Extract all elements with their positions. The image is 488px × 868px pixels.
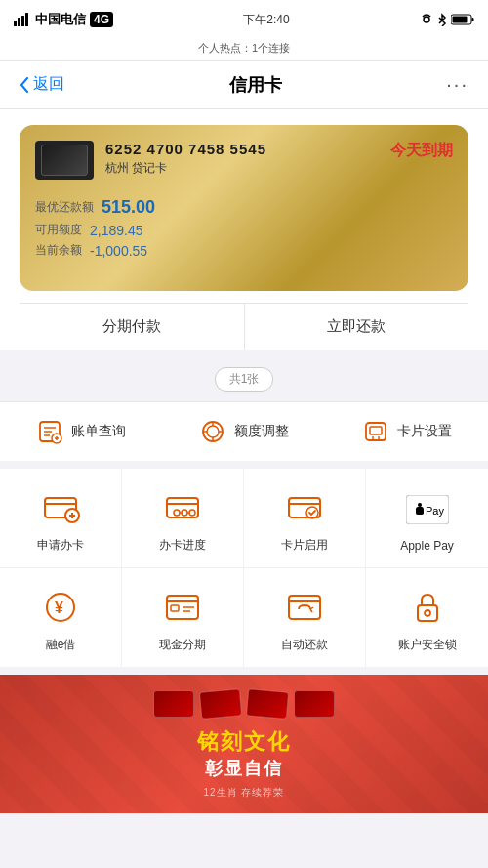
apple-pay-icon: Pay bbox=[406, 488, 449, 531]
available-label: 可用额度 bbox=[35, 222, 82, 238]
auto-repay-icon bbox=[283, 586, 326, 629]
available-value: 2,189.45 bbox=[90, 223, 143, 238]
grid-item-autopay[interactable]: 自动还款 bbox=[244, 568, 366, 667]
settings-icon bbox=[362, 418, 389, 445]
svg-rect-7 bbox=[472, 18, 474, 21]
more-button[interactable]: ··· bbox=[446, 73, 468, 96]
card-count-section: 共1张 bbox=[0, 357, 488, 401]
bill-icon bbox=[36, 418, 63, 445]
svg-text:¥: ¥ bbox=[55, 599, 63, 616]
status-bar: 中国电信 4G 下午2:40 bbox=[0, 0, 488, 39]
svg-point-16 bbox=[207, 426, 219, 437]
grid-item-apply[interactable]: 申请办卡 bbox=[0, 469, 122, 568]
banner-subtitle: 彰显自信 bbox=[205, 757, 283, 780]
battery-icon bbox=[451, 14, 474, 25]
loan-icon: ¥ bbox=[39, 586, 82, 629]
card-due-label: 今天到期 bbox=[390, 141, 453, 161]
hotspot-bar: 个人热点：1个连接 bbox=[0, 39, 488, 61]
grid-label-autopay: 自动还款 bbox=[281, 637, 328, 653]
carrier-label: 中国电信 bbox=[35, 11, 86, 28]
hotspot-label: 个人热点：1个连接 bbox=[198, 42, 290, 54]
grid-item-lock[interactable]: 账户安全锁 bbox=[366, 568, 488, 667]
grid-label-installment: 现金分期 bbox=[159, 637, 206, 653]
grid-item-loan[interactable]: ¥ 融e借 bbox=[0, 568, 122, 667]
svg-rect-1 bbox=[18, 18, 20, 26]
svg-point-55 bbox=[425, 610, 430, 616]
hotspot-icon bbox=[420, 13, 433, 26]
banner-card-2 bbox=[199, 688, 242, 720]
repay-button[interactable]: 立即还款 bbox=[245, 304, 469, 350]
back-icon bbox=[20, 77, 29, 93]
status-icons bbox=[420, 13, 474, 26]
banner-card-3 bbox=[246, 688, 289, 720]
card-details: 最优还款额 515.00 可用额度 2,189.45 当前余额 -1,000.5… bbox=[35, 197, 453, 263]
banner-title: 铭刻文化 bbox=[197, 727, 291, 757]
svg-rect-22 bbox=[370, 427, 382, 434]
banner-cards bbox=[153, 690, 335, 718]
signal-icon bbox=[14, 13, 31, 26]
banner-desc: 12生肖 存续荐荣 bbox=[204, 786, 285, 800]
grid-label-progress: 办卡进度 bbox=[159, 537, 206, 554]
status-carrier: 中国电信 4G bbox=[14, 11, 113, 28]
limit-icon bbox=[199, 418, 226, 445]
grid-label-activate: 卡片启用 bbox=[281, 537, 328, 554]
svg-point-35 bbox=[189, 510, 195, 516]
security-lock-icon bbox=[406, 586, 449, 629]
quick-action-limit[interactable]: 额度调整 bbox=[163, 408, 325, 455]
grid-item-applepay[interactable]: Pay Apple Pay bbox=[366, 469, 488, 568]
installment-button[interactable]: 分期付款 bbox=[20, 304, 245, 350]
svg-rect-3 bbox=[25, 13, 28, 26]
credit-card: 6252 4700 7458 5545 杭州 贷记卡 今天到期 最优还款额 51… bbox=[20, 125, 468, 291]
card-section: 6252 4700 7458 5545 杭州 贷记卡 今天到期 最优还款额 51… bbox=[0, 109, 488, 350]
grid-item-installment[interactable]: 现金分期 bbox=[122, 568, 244, 667]
balance-value: -1,000.55 bbox=[90, 243, 147, 259]
grid-label-apply: 申请办卡 bbox=[37, 537, 84, 554]
page-title: 信用卡 bbox=[229, 73, 282, 97]
svg-rect-50 bbox=[289, 596, 320, 619]
quick-action-settings-label: 卡片设置 bbox=[397, 423, 452, 440]
quick-action-settings[interactable]: 卡片设置 bbox=[326, 408, 488, 455]
svg-rect-6 bbox=[453, 17, 468, 23]
svg-rect-47 bbox=[171, 605, 179, 611]
card-chip bbox=[35, 141, 94, 180]
cash-installment-icon bbox=[161, 586, 204, 629]
grid-label-lock: 账户安全锁 bbox=[398, 637, 457, 653]
card-apply-icon bbox=[39, 486, 82, 529]
network-label: 4G bbox=[90, 12, 113, 27]
svg-text:Pay: Pay bbox=[426, 505, 444, 517]
svg-point-33 bbox=[174, 510, 180, 516]
quick-actions-row: 账单查询 额度调整 卡片设置 bbox=[0, 401, 488, 461]
nav-bar: 返回 信用卡 ··· bbox=[0, 61, 488, 109]
min-payment-value: 515.00 bbox=[102, 197, 155, 218]
grid-label-loan: 融e借 bbox=[46, 637, 76, 653]
card-actions: 分期付款 立即还款 bbox=[20, 303, 468, 350]
svg-point-4 bbox=[424, 17, 429, 22]
balance-label: 当前余额 bbox=[35, 242, 82, 259]
svg-rect-54 bbox=[418, 605, 437, 621]
svg-rect-2 bbox=[21, 16, 24, 26]
banner-card-4 bbox=[294, 690, 335, 718]
grid-item-progress[interactable]: 办卡进度 bbox=[122, 469, 244, 568]
svg-line-53 bbox=[310, 609, 312, 612]
bluetooth-icon bbox=[437, 13, 447, 26]
grid-item-activate[interactable]: 卡片启用 bbox=[244, 469, 366, 568]
quick-action-limit-label: 额度调整 bbox=[234, 423, 289, 440]
back-button[interactable]: 返回 bbox=[20, 74, 64, 95]
banner-section[interactable]: 铭刻文化 彰显自信 12生肖 存续荐荣 bbox=[0, 675, 488, 813]
card-name: 杭州 贷记卡 bbox=[105, 160, 453, 177]
min-payment-label: 最优还款额 bbox=[35, 199, 94, 216]
quick-action-bill-label: 账单查询 bbox=[71, 423, 126, 440]
grid-label-applepay: Apple Pay bbox=[400, 539, 454, 553]
card-progress-icon bbox=[161, 486, 204, 529]
card-count-badge: 共1张 bbox=[215, 367, 274, 392]
svg-rect-21 bbox=[366, 423, 386, 440]
svg-point-34 bbox=[182, 510, 187, 516]
svg-rect-0 bbox=[14, 21, 17, 26]
card-activate-icon bbox=[283, 486, 326, 529]
grid-menu: 申请办卡 办卡进度 卡片启用 bbox=[0, 469, 488, 667]
quick-action-bill[interactable]: 账单查询 bbox=[0, 408, 162, 455]
status-time: 下午2:40 bbox=[113, 12, 420, 28]
banner-card-1 bbox=[153, 690, 194, 718]
